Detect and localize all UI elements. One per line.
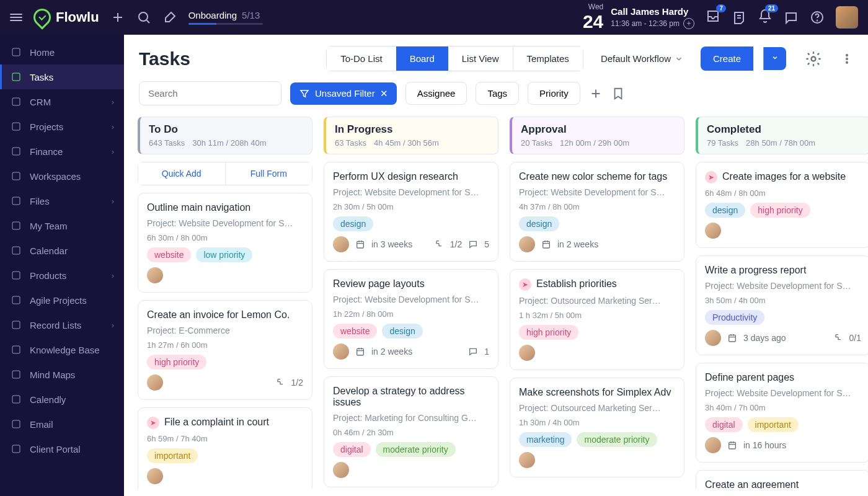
subtasks: 1/2	[450, 239, 462, 249]
view-to-do-list[interactable]: To-Do List	[327, 46, 396, 71]
quick-add-button[interactable]: Quick Add	[138, 162, 225, 185]
assignee-avatar[interactable]	[519, 452, 535, 468]
assignee-avatar[interactable]	[705, 330, 721, 346]
filter-priority[interactable]: Priority	[528, 82, 580, 105]
task-card[interactable]: Make screenshots for Simplex AdvProject:…	[510, 378, 684, 477]
sidebar-item-files[interactable]: Files›	[0, 188, 124, 213]
svg-rect-17	[12, 396, 20, 403]
sidebar-item-calendar[interactable]: Calendar	[0, 238, 124, 263]
task-card[interactable]: ➤Establish prioritiesProject: Outsourced…	[510, 269, 684, 370]
view-board[interactable]: Board	[396, 46, 448, 71]
view-templates[interactable]: Templates	[513, 46, 583, 71]
sidebar-item-label: Record Lists	[30, 320, 81, 330]
view-list-view[interactable]: List View	[448, 46, 513, 71]
tag-important[interactable]: important	[147, 448, 198, 463]
assignee-avatar[interactable]	[333, 236, 349, 252]
sidebar-item-products[interactable]: Products›	[0, 263, 124, 288]
tag-highprio[interactable]: high priority	[147, 355, 206, 370]
next-event-title[interactable]: Call James Hardy	[611, 6, 694, 17]
search-input[interactable]	[139, 81, 281, 105]
filter-assignee[interactable]: Assignee	[405, 82, 467, 105]
tag-digital[interactable]: digital	[333, 442, 371, 457]
calendar-icon	[541, 239, 551, 249]
task-card[interactable]: ➤Create images for a website6h 48m / 8h …	[696, 162, 868, 248]
sidebar-item-record-lists[interactable]: Record Lists›	[0, 312, 124, 337]
user-avatar[interactable]	[836, 6, 858, 29]
tag-lowprio[interactable]: low priority	[196, 247, 252, 262]
create-dropdown[interactable]	[763, 47, 786, 70]
task-card[interactable]: Write a progress reportProject: Website …	[696, 255, 868, 355]
add-filter-icon[interactable]	[589, 87, 603, 100]
sidebar-item-workspaces[interactable]: Workspaces	[0, 164, 124, 188]
tag-modprio[interactable]: moderate priority	[577, 432, 657, 447]
tag-website[interactable]: website	[147, 247, 191, 262]
tag-productiv[interactable]: Productivity	[705, 310, 764, 325]
sidebar-item-projects[interactable]: Projects›	[0, 114, 124, 139]
tag-design[interactable]: design	[705, 203, 745, 218]
tag-important[interactable]: important	[748, 417, 799, 432]
search-top-icon[interactable]	[136, 10, 151, 25]
gear-icon[interactable]	[805, 50, 822, 68]
tag-digital[interactable]: digital	[705, 417, 743, 432]
tag-modprio[interactable]: moderate priority	[376, 442, 456, 457]
assignee-avatar[interactable]	[333, 462, 349, 478]
task-card[interactable]: Develop a strategy to address issuesProj…	[324, 376, 498, 487]
svg-rect-24	[357, 241, 364, 248]
task-card[interactable]: ➤File a complaint in court6h 59m / 7h 40…	[138, 407, 312, 489]
task-card[interactable]: Create an agreement	[696, 470, 868, 489]
assignee-avatar[interactable]	[519, 345, 535, 361]
column-header-comp[interactable]: Completed79 Tasks28h 50m / 78h 00m	[696, 117, 868, 154]
pin-icon[interactable]	[162, 10, 177, 25]
task-card[interactable]: Create new color scheme for tagsProject:…	[510, 162, 684, 262]
workflow-select[interactable]: Default Workflow	[601, 53, 683, 64]
unsaved-filter-chip[interactable]: Unsaved Filter ✕	[290, 82, 397, 105]
sidebar-item-my-team[interactable]: My Team	[0, 213, 124, 238]
plus-icon[interactable]	[110, 10, 125, 25]
sidebar-item-finance[interactable]: Finance›	[0, 139, 124, 164]
create-button[interactable]: Create	[701, 46, 753, 71]
sidebar-item-home[interactable]: Home	[0, 40, 124, 64]
help-icon[interactable]	[810, 10, 825, 25]
hamburger-icon[interactable]	[10, 14, 22, 21]
add-event-icon[interactable]: ＋	[683, 18, 694, 29]
tag-highprio[interactable]: high priority	[519, 325, 578, 340]
tag-highprio[interactable]: high priority	[750, 203, 810, 218]
task-card[interactable]: Perform UX design researchProject: Websi…	[324, 162, 498, 262]
sidebar-item-knowledge-base[interactable]: Knowledge Base	[0, 337, 124, 362]
task-card[interactable]: Outline main navigationProject: Website …	[138, 193, 312, 293]
notes-icon[interactable]	[732, 10, 746, 25]
sidebar-item-crm[interactable]: CRM›	[0, 89, 124, 114]
column-header-appr[interactable]: Approval20 Tasks12h 00m / 29h 00m	[510, 117, 684, 154]
assignee-avatar[interactable]	[519, 236, 535, 252]
task-card[interactable]: Review page layoutsProject: Website Deve…	[324, 269, 498, 369]
tag-website[interactable]: website	[333, 324, 377, 339]
bookmark-icon[interactable]	[611, 87, 625, 100]
sidebar-item-mind-maps[interactable]: Mind Maps	[0, 362, 124, 387]
sidebar-item-label: My Team	[30, 221, 68, 231]
tag-design[interactable]: design	[382, 324, 422, 339]
assignee-avatar[interactable]	[147, 468, 163, 484]
full-form-button[interactable]: Full Form	[225, 162, 312, 185]
sidebar-item-agile-projects[interactable]: Agile Projects	[0, 288, 124, 312]
assignee-avatar[interactable]	[147, 374, 163, 391]
close-icon[interactable]: ✕	[380, 88, 388, 99]
more-icon[interactable]	[841, 50, 853, 68]
sidebar-item-email[interactable]: Email	[0, 412, 124, 436]
assignee-avatar[interactable]	[705, 223, 721, 239]
assignee-avatar[interactable]	[147, 267, 163, 283]
tag-design[interactable]: design	[519, 216, 559, 231]
sidebar-item-client-portal[interactable]: Client Portal	[0, 436, 124, 461]
assignee-avatar[interactable]	[705, 437, 721, 453]
tag-design[interactable]: design	[333, 216, 373, 231]
chat-icon[interactable]	[784, 10, 799, 25]
filter-tags[interactable]: Tags	[476, 82, 519, 105]
onboarding-widget[interactable]: Onboarding 5/13	[188, 10, 275, 25]
sidebar-item-calendly[interactable]: Calendly	[0, 387, 124, 412]
task-card[interactable]: Define parent pagesProject: Website Deve…	[696, 363, 868, 463]
task-card[interactable]: Create an invoice for Lemon Co.Project: …	[138, 300, 312, 400]
column-header-prog[interactable]: In Progress63 Tasks4h 45m / 30h 56m	[324, 117, 498, 154]
column-header-todo[interactable]: To Do643 Tasks30h 11m / 208h 40m	[138, 117, 312, 154]
sidebar-item-tasks[interactable]: Tasks	[0, 64, 124, 89]
assignee-avatar[interactable]	[333, 343, 349, 360]
tag-marketing[interactable]: marketing	[519, 432, 572, 447]
